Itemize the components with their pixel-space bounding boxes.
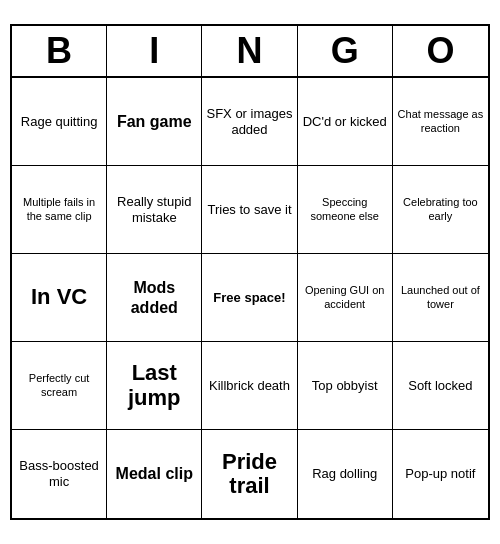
bingo-letter-g: G [298, 26, 393, 76]
bingo-letter-b: B [12, 26, 107, 76]
bingo-cell-3: DC'd or kicked [298, 78, 393, 166]
bingo-card: BINGO Rage quittingFan gameSFX or images… [10, 24, 490, 520]
bingo-cell-21: Medal clip [107, 430, 202, 518]
bingo-cell-9: Celebrating too early [393, 166, 488, 254]
bingo-cell-0: Rage quitting [12, 78, 107, 166]
bingo-cell-11: Mods added [107, 254, 202, 342]
bingo-cell-10: In VC [12, 254, 107, 342]
bingo-cell-19: Soft locked [393, 342, 488, 430]
bingo-cell-6: Really stupid mistake [107, 166, 202, 254]
bingo-cell-22: Pride trail [202, 430, 297, 518]
bingo-cell-15: Perfectly cut scream [12, 342, 107, 430]
bingo-letter-n: N [202, 26, 297, 76]
bingo-cell-13: Opening GUI on accident [298, 254, 393, 342]
bingo-cell-4: Chat message as reaction [393, 78, 488, 166]
bingo-grid: Rage quittingFan gameSFX or images added… [12, 78, 488, 518]
bingo-cell-18: Top obbyist [298, 342, 393, 430]
bingo-cell-5: Multiple fails in the same clip [12, 166, 107, 254]
bingo-header: BINGO [12, 26, 488, 78]
bingo-letter-o: O [393, 26, 488, 76]
bingo-cell-14: Launched out of tower [393, 254, 488, 342]
bingo-cell-1: Fan game [107, 78, 202, 166]
bingo-cell-8: Speccing someone else [298, 166, 393, 254]
bingo-cell-24: Pop-up notif [393, 430, 488, 518]
bingo-letter-i: I [107, 26, 202, 76]
bingo-cell-12: Free space! [202, 254, 297, 342]
bingo-cell-16: Last jump [107, 342, 202, 430]
bingo-cell-17: Killbrick death [202, 342, 297, 430]
bingo-cell-23: Rag dolling [298, 430, 393, 518]
bingo-cell-20: Bass-boosted mic [12, 430, 107, 518]
bingo-cell-2: SFX or images added [202, 78, 297, 166]
bingo-cell-7: Tries to save it [202, 166, 297, 254]
